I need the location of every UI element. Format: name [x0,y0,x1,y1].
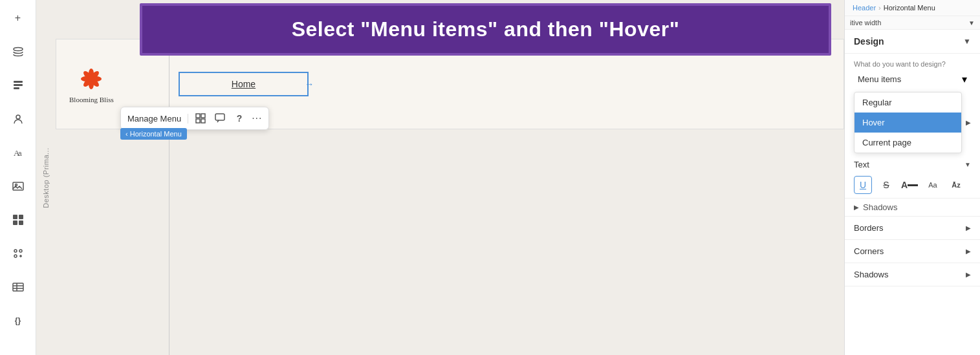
corners-section[interactable]: Corners ▶ [845,240,980,263]
desktop-label: Desktop (Prima... [36,0,56,355]
table-icon[interactable] [8,277,28,297]
what-design-row: What do you want to design? Menu items ▾ [845,54,980,92]
state-dropdown-area: Regular Hover Current page ▶ [854,92,971,155]
left-sidebar: + A a [0,0,36,355]
breadcrumb-separator: › [878,4,881,12]
shadows-collapsed-row[interactable]: ▶ Shadows [845,199,980,217]
svg-point-4 [16,115,20,119]
text-color-button[interactable]: A [900,176,919,194]
svg-rect-32 [201,119,205,123]
strikethrough-button[interactable]: S [877,176,895,194]
what-design-value: Menu items [858,74,901,84]
dropdown-row: Regular Hover Current page ▶ [854,92,971,153]
svg-point-15 [14,255,17,257]
svg-rect-1 [14,81,23,83]
underline-button[interactable]: U [854,176,872,194]
svg-rect-33 [215,114,224,120]
width-dropdown-arrow[interactable]: ▼ [968,19,975,27]
what-design-dropdown-arrow: ▾ [962,73,967,85]
text-case-button[interactable]: Aa [924,176,942,194]
what-design-select[interactable]: Menu items ▾ [854,70,971,88]
widgets-icon[interactable] [8,210,28,230]
design-tab-arrow[interactable]: ▼ [963,37,971,46]
canvas-divider [169,39,169,355]
special-chars-button[interactable]: Āz [947,176,965,194]
manage-menu-button[interactable]: Manage Menu [127,114,188,124]
horizontal-menu-badge[interactable]: ‹ Horizontal Menu [120,128,187,140]
shadows-collapsed-label: Shadows [863,202,897,212]
svg-rect-16 [13,283,23,291]
borders-label: Borders [854,223,884,233]
help-icon[interactable]: ? [232,111,246,125]
state-hover[interactable]: Hover [855,113,961,133]
svg-rect-12 [19,221,23,225]
svg-rect-29 [196,114,200,118]
width-select[interactable]: itive width [850,19,968,27]
tutorial-banner: Select "Menu items" and then "Hover" [140,3,831,56]
text-format-row: U S A Aa Āz [845,172,980,199]
breadcrumb-header-link[interactable]: Header [853,4,876,12]
svg-rect-11 [13,221,17,225]
design-tab-label: Design [854,36,884,47]
state-regular[interactable]: Regular [855,92,961,113]
comment-icon[interactable] [213,111,227,125]
shadows-expand-icon: ▶ [854,204,859,211]
svg-rect-31 [196,119,200,123]
more-options-button[interactable]: ··· [252,113,262,124]
what-design-label: What do you want to design? [854,60,971,68]
state-current-page[interactable]: Current page [855,133,961,153]
nav-selected-item[interactable]: Home ↔ [179,72,309,96]
svg-point-28 [88,76,94,82]
svg-rect-3 [14,87,19,89]
text-section-label[interactable]: Text ▼ [845,155,980,172]
svg-point-14 [19,250,22,252]
width-bar: itive width ▼ [845,16,980,30]
borders-arrow: ▶ [966,224,971,231]
layers-icon[interactable] [8,41,28,62]
resize-handle-right[interactable]: ↔ [305,79,314,89]
svg-rect-2 [14,84,23,86]
design-tab[interactable]: Design ▼ [845,30,980,54]
text-section-arrow: ▼ [964,161,971,168]
logo-area: Blooming Bliss [69,65,114,103]
image-icon[interactable] [8,176,28,197]
svg-rect-9 [13,215,17,219]
shadows-section-arrow: ▶ [966,271,971,278]
svg-text:a: a [18,150,22,157]
grid-view-icon[interactable] [193,111,208,125]
svg-point-13 [14,250,17,252]
svg-rect-10 [19,215,23,219]
svg-rect-30 [201,114,205,118]
users-icon[interactable] [8,109,28,129]
shadows-label: Shadows [854,270,888,279]
fonts-icon[interactable]: A a [8,142,28,163]
apps-icon[interactable] [8,243,28,264]
code-icon[interactable]: {} [8,310,28,331]
breadcrumb: Header › Horizontal Menu [845,0,980,16]
svg-point-0 [14,48,23,51]
corners-label: Corners [854,246,884,256]
main-area: Select "Menu items" and then "Hover" Des… [36,0,844,355]
toolbar-popup: Manage Menu ? ··· [120,107,269,130]
borders-section[interactable]: Borders ▶ [845,217,980,240]
shadows-section[interactable]: Shadows ▶ [845,263,980,286]
add-icon[interactable]: + [8,8,28,28]
pages-icon[interactable] [8,75,28,96]
breadcrumb-current: Horizontal Menu [884,4,935,12]
right-panel: Header › Horizontal Menu itive width ▼ D… [844,0,980,355]
corners-arrow: ▶ [966,248,971,255]
state-dropdown-menu: Regular Hover Current page [854,92,962,153]
logo-flower-icon [77,65,105,93]
dropdown-right-arrow: ▶ [966,119,971,126]
